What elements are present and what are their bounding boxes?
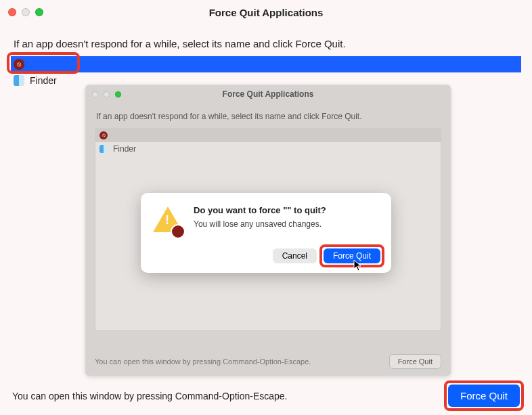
list-item-selected-app[interactable]: ⦸ <box>11 56 521 72</box>
finder-icon <box>99 145 108 153</box>
confirm-dialog: ! Do you want to force "" to quit? You w… <box>141 193 391 273</box>
window-footer: You can open this window by pressing Com… <box>95 354 441 369</box>
force-quit-window-inner: Force Quit Applications If an app doesn'… <box>85 85 451 376</box>
force-quit-button[interactable]: Force Quit <box>389 354 441 369</box>
list-item-label: Finder <box>30 75 57 86</box>
unresponsive-app-icon: ⦸ <box>99 131 108 139</box>
titlebar: Force Quit Applications <box>85 85 451 104</box>
list-item-selected-app[interactable]: ⦸ <box>95 129 441 142</box>
instruction-text: If an app doesn't respond for a while, s… <box>0 24 532 55</box>
force-quit-window-outer: Force Quit Applications If an app doesn'… <box>0 0 532 415</box>
hint-text: You can open this window by pressing Com… <box>95 357 311 366</box>
finder-icon <box>14 75 24 86</box>
force-quit-confirm-button[interactable]: Force Quit <box>324 248 380 263</box>
force-quit-button[interactable]: Force Quit <box>448 385 520 407</box>
dialog-question: Do you want to force "" to quit? <box>194 205 326 215</box>
list-item-finder[interactable]: Finder <box>95 142 441 156</box>
list-item-label: Finder <box>113 144 136 154</box>
hint-text: You can open this window by pressing Com… <box>12 391 288 401</box>
warning-icon: ! <box>152 205 184 238</box>
cancel-button[interactable]: Cancel <box>273 248 317 263</box>
window-footer: You can open this window by pressing Com… <box>12 385 520 407</box>
instruction-text: If an app doesn't respond for a while, s… <box>85 104 451 125</box>
unresponsive-app-icon: ⦸ <box>14 59 24 70</box>
window-title: Force Quit Applications <box>85 89 451 99</box>
titlebar: Force Quit Applications <box>0 0 532 24</box>
application-list: ⦸ Finder <box>11 56 521 89</box>
dialog-subtext: You will lose any unsaved changes. <box>194 219 326 229</box>
window-title: Force Quit Applications <box>0 7 532 18</box>
